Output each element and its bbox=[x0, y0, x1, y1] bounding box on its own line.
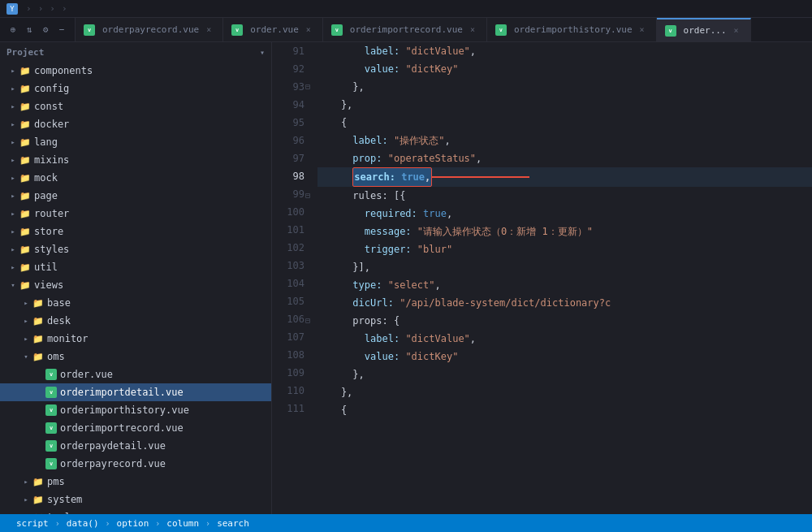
tree-arrow: ▸ bbox=[6, 154, 19, 167]
sidebar-item-system[interactable]: ▸📁system bbox=[0, 491, 271, 508]
tree-label: desk bbox=[47, 315, 71, 327]
code-token: , bbox=[435, 276, 441, 294]
code-line-104: type: "select", bbox=[317, 276, 812, 294]
folder-icon: 📁 bbox=[19, 172, 31, 184]
sidebar-item-config[interactable]: ▸📁config bbox=[0, 80, 271, 97]
code-token: "dictKey" bbox=[405, 60, 458, 78]
folder-icon: 📁 bbox=[19, 244, 31, 255]
folder-icon: 📁 bbox=[19, 190, 31, 201]
status-segment-data()[interactable]: data() bbox=[60, 514, 106, 532]
vue-file-icon: v bbox=[45, 404, 57, 416]
tab-close-btn[interactable]: × bbox=[637, 24, 648, 36]
line-number-92: 92 bbox=[272, 60, 304, 78]
line-number-109: 109 bbox=[272, 364, 304, 382]
tab-order[interactable]: v order.vue × bbox=[223, 18, 323, 41]
code-line-91: label: "dictValue", bbox=[317, 42, 812, 60]
sidebar-item-const[interactable]: ▸📁const bbox=[0, 97, 271, 115]
panel-settings-btn[interactable]: ⚙ bbox=[39, 24, 52, 37]
status-segment-script[interactable]: script bbox=[10, 514, 55, 532]
folder-icon: 📁 bbox=[19, 262, 31, 273]
code-token: label: bbox=[317, 132, 394, 149]
tab-orderimporthistory[interactable]: v orderimporthistory.vue × bbox=[487, 18, 657, 41]
tree-arrow: ▸ bbox=[6, 189, 19, 202]
vue-icon: v bbox=[665, 25, 676, 37]
folder-icon: 📁 bbox=[19, 119, 31, 130]
code-line-111: { bbox=[317, 401, 812, 419]
sidebar-item-views[interactable]: ▾📁views bbox=[0, 276, 271, 294]
code-line-98: search: true, bbox=[317, 167, 812, 187]
sidebar-item-page[interactable]: ▸📁page bbox=[0, 187, 271, 205]
tree-arrow: ▸ bbox=[19, 332, 32, 345]
tab-orderimportdetail[interactable]: v order... × bbox=[657, 18, 751, 41]
vue-file-icon: v bbox=[45, 387, 57, 398]
sidebar-item-tool[interactable]: ▸📁tool bbox=[0, 508, 271, 514]
error-underline bbox=[432, 176, 529, 178]
tab-close-btn[interactable]: × bbox=[731, 25, 742, 37]
sidebar-item-monitor[interactable]: ▸📁monitor bbox=[0, 330, 271, 348]
sidebar-item-pms[interactable]: ▸📁pms bbox=[0, 473, 271, 491]
code-content[interactable]: 9192939495969798991001011021031041051061… bbox=[272, 42, 812, 514]
sidebar-item-mixins[interactable]: ▸📁mixins bbox=[0, 151, 271, 169]
code-line-92: value: "dictKey" bbox=[317, 60, 812, 78]
tab-orderpayrecord[interactable]: v orderpayrecord.vue × bbox=[76, 18, 223, 41]
tab-close-btn[interactable]: × bbox=[303, 24, 314, 36]
fold-marker[interactable]: ⊟ bbox=[301, 314, 314, 327]
sidebar-item-orderimportrecord.vue[interactable]: vorderimportrecord.vue bbox=[0, 419, 271, 437]
code-line-101: message: "请输入操作状态（0：新增 1：更新）" bbox=[317, 223, 812, 240]
sidebar-item-order.vue[interactable]: vorder.vue bbox=[0, 365, 271, 383]
fold-marker[interactable]: ⊟ bbox=[301, 80, 314, 93]
code-line-103: }], bbox=[317, 258, 812, 276]
code-line-95: { bbox=[317, 114, 812, 132]
folder-icon: 📁 bbox=[19, 101, 31, 112]
tree-arrow: ▸ bbox=[6, 261, 19, 274]
folder-icon: 📁 bbox=[32, 351, 44, 362]
status-segment-search[interactable]: search bbox=[210, 514, 256, 532]
sidebar-item-orderimporthistory.vue[interactable]: vorderimporthistory.vue bbox=[0, 401, 271, 419]
status-segment-option[interactable]: option bbox=[110, 514, 156, 532]
tree-label: mixins bbox=[34, 154, 69, 166]
tree-label: orderpayrecord.vue bbox=[60, 458, 166, 469]
sidebar-arrow: ▾ bbox=[260, 48, 265, 57]
sidebar-item-mock[interactable]: ▸📁mock bbox=[0, 169, 271, 187]
panel-split-btn[interactable]: ⇅ bbox=[23, 24, 36, 37]
sidebar-item-base[interactable]: ▸📁base bbox=[0, 294, 271, 312]
sidebar-item-desk[interactable]: ▸📁desk bbox=[0, 312, 271, 330]
tree-arrow: ▸ bbox=[19, 296, 32, 309]
code-token: , bbox=[444, 132, 450, 149]
code-token: rules: [{ bbox=[317, 187, 405, 205]
status-bar: script › data() › option › column › sear… bbox=[0, 514, 812, 532]
code-line-93: ⊟ }, bbox=[317, 78, 812, 96]
sidebar-item-orderimportdetail.vue[interactable]: vorderimportdetail.vue bbox=[0, 383, 271, 401]
code-token: type: bbox=[317, 276, 388, 294]
code-token: , bbox=[476, 149, 482, 167]
line-number-95: 95 bbox=[272, 114, 304, 132]
line-number-96: 96 bbox=[272, 132, 304, 149]
sidebar-item-styles[interactable]: ▸📁styles bbox=[0, 240, 271, 258]
sidebar-item-orderpaydetail.vue[interactable]: vorderpaydetail.vue bbox=[0, 437, 271, 455]
panel-add-btn[interactable]: ⊕ bbox=[6, 24, 19, 37]
tab-close-btn[interactable]: × bbox=[467, 24, 478, 36]
sidebar-item-orderpayrecord.vue[interactable]: vorderpayrecord.vue bbox=[0, 455, 271, 473]
sidebar-item-util[interactable]: ▸📁util bbox=[0, 258, 271, 276]
panel-minus-btn[interactable]: − bbox=[55, 24, 68, 37]
code-line-97: prop: "operateStatus", bbox=[317, 149, 812, 167]
status-segment-column[interactable]: column bbox=[160, 514, 205, 532]
fold-marker[interactable]: ⊟ bbox=[301, 189, 314, 202]
code-line-106: ⊟ props: { bbox=[317, 312, 812, 330]
code-line-108: value: "dictKey" bbox=[317, 348, 812, 365]
search-highlight-span: search: true, bbox=[352, 167, 432, 187]
sidebar-title: Project bbox=[6, 47, 44, 58]
sidebar-item-components[interactable]: ▸📁components bbox=[0, 62, 271, 80]
sidebar-item-store[interactable]: ▸📁store bbox=[0, 223, 271, 240]
sidebar-item-router[interactable]: ▸📁router bbox=[0, 205, 271, 223]
tree-label: docker bbox=[34, 119, 69, 130]
tabs-container: v orderpayrecord.vue × v order.vue × v o… bbox=[76, 18, 751, 41]
code-token: value: bbox=[317, 60, 405, 78]
code-token: message: bbox=[317, 223, 417, 240]
tab-close-btn[interactable]: × bbox=[203, 24, 214, 36]
sidebar-item-docker[interactable]: ▸📁docker bbox=[0, 115, 271, 133]
sidebar-item-oms[interactable]: ▾📁oms bbox=[0, 348, 271, 365]
tree-arrow: ▸ bbox=[6, 243, 19, 256]
sidebar-item-lang[interactable]: ▸📁lang bbox=[0, 133, 271, 151]
tab-orderimportrecord[interactable]: v orderimportrecord.vue × bbox=[323, 18, 487, 41]
